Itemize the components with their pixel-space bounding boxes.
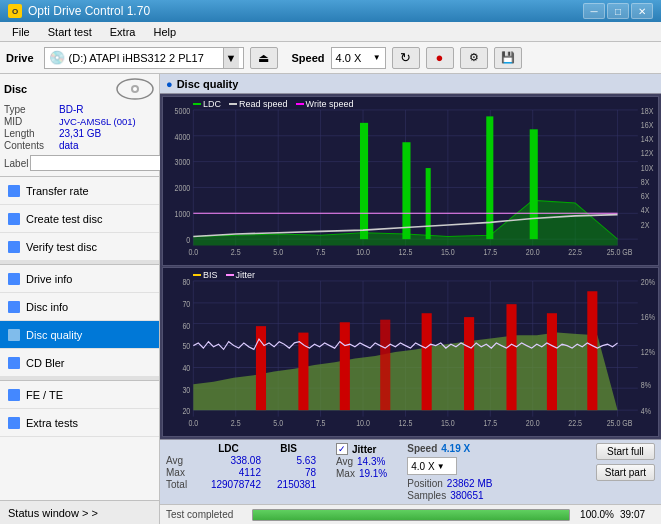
progress-percent: 100.0% <box>576 509 614 520</box>
minimize-button[interactable]: ─ <box>583 3 605 19</box>
svg-rect-103 <box>547 313 557 410</box>
sidebar-item-disc-quality[interactable]: Disc quality <box>0 321 159 349</box>
bottom-chart-svg: 80 70 60 50 40 30 20 20% 16% 12% 8% 4% 0… <box>163 268 658 436</box>
svg-text:16X: 16X <box>641 120 654 130</box>
sidebar-item-disc-info[interactable]: Disc info <box>0 293 159 321</box>
jitter-checkbox[interactable]: ✓ <box>336 443 348 455</box>
svg-text:7.5: 7.5 <box>316 418 326 428</box>
svg-text:16%: 16% <box>641 312 655 322</box>
start-full-button[interactable]: Start full <box>596 443 655 460</box>
position-row: Position 23862 MB <box>407 478 492 489</box>
sidebar-item-fe-te[interactable]: FE / TE <box>0 381 159 409</box>
menu-file[interactable]: File <box>4 24 38 40</box>
titlebar: O Opti Drive Control 1.70 ─ □ ✕ <box>0 0 661 22</box>
menu-help[interactable]: Help <box>145 24 184 40</box>
disc-info-icon <box>8 301 20 313</box>
svg-text:3000: 3000 <box>175 158 191 168</box>
menu-start-test[interactable]: Start test <box>40 24 100 40</box>
svg-text:12%: 12% <box>641 347 655 357</box>
disc-mid-row: MID JVC-AMS6L (001) <box>4 116 155 127</box>
disc-length-value: 23,31 GB <box>59 128 101 139</box>
drive-select-text: (D:) ATAPI iHBS312 2 PL17 <box>69 52 219 64</box>
disc-contents-row: Contents data <box>4 140 155 151</box>
status-window-button[interactable]: Status window > > <box>0 500 159 524</box>
stats-max-row: Max 4112 78 <box>166 467 316 478</box>
svg-text:0.0: 0.0 <box>188 418 198 428</box>
jitter-max-row: Max 19.1% <box>336 468 387 479</box>
jitter-avg-label: Avg <box>336 456 353 467</box>
svg-text:17.5: 17.5 <box>483 418 497 428</box>
svg-text:2000: 2000 <box>175 184 191 194</box>
settings-button[interactable]: ⚙ <box>460 47 488 69</box>
progress-area: Test completed 100.0% 39:07 <box>160 504 661 524</box>
close-button[interactable]: ✕ <box>631 3 653 19</box>
stats-speed: Speed 4.19 X 4.0 X ▼ Position 23862 MB S… <box>407 443 492 501</box>
sidebar-item-extra-tests[interactable]: Extra tests <box>0 409 159 437</box>
disc-button[interactable]: ● <box>426 47 454 69</box>
position-label: Position <box>407 478 443 489</box>
svg-rect-101 <box>464 317 474 410</box>
svg-rect-51 <box>486 116 493 239</box>
stats-ldc-bis: LDC BIS Avg 338.08 5.63 Max 4112 78 Tota… <box>166 443 316 490</box>
position-value: 23862 MB <box>447 478 493 489</box>
drive-label: Drive <box>6 52 34 64</box>
svg-point-2 <box>133 87 137 91</box>
svg-text:7.5: 7.5 <box>316 247 326 257</box>
speed-dropdown-arrow[interactable]: ▼ <box>373 53 381 62</box>
stats-jitter: ✓ Jitter Avg 14.3% Max 19.1% <box>336 443 387 479</box>
legend-write-speed: Write speed <box>296 99 354 109</box>
speed-select-dropdown[interactable]: 4.0 X ▼ <box>407 457 457 475</box>
drive-dropdown-arrow[interactable]: ▼ <box>223 48 239 68</box>
status-window-label: Status window > > <box>8 507 98 519</box>
stats-bis-max: 78 <box>261 467 316 478</box>
top-chart-legend: LDC Read speed Write speed <box>193 99 353 109</box>
main-area: Disc Type BD-R MID JVC-AMS6L (001) Leng <box>0 74 661 524</box>
svg-text:20.0: 20.0 <box>526 418 540 428</box>
start-part-button[interactable]: Start part <box>596 464 655 481</box>
drive-info-icon <box>8 273 20 285</box>
svg-text:17.5: 17.5 <box>483 247 497 257</box>
bottom-chart-legend: BIS Jitter <box>193 270 255 280</box>
jitter-max-value: 19.1% <box>359 468 387 479</box>
disc-mid-label: MID <box>4 116 59 127</box>
refresh-button[interactable]: ↻ <box>392 47 420 69</box>
stats-bis-total: 2150381 <box>261 479 316 490</box>
menu-extra[interactable]: Extra <box>102 24 144 40</box>
svg-text:1000: 1000 <box>175 209 191 219</box>
sidebar-item-create-test-disc[interactable]: Create test disc <box>0 205 159 233</box>
drive-select[interactable]: 💿 (D:) ATAPI iHBS312 2 PL17 ▼ <box>44 47 244 69</box>
extra-tests-icon <box>8 417 20 429</box>
eject-button[interactable]: ⏏ <box>250 47 278 69</box>
svg-text:4000: 4000 <box>175 132 191 142</box>
quality-header: ● Disc quality <box>160 74 661 94</box>
svg-rect-52 <box>530 129 538 239</box>
fe-te-icon <box>8 389 20 401</box>
svg-text:25.0 GB: 25.0 GB <box>607 418 633 428</box>
disc-label-row: Label ✎ <box>4 154 155 172</box>
svg-text:4X: 4X <box>641 206 650 216</box>
save-button[interactable]: 💾 <box>494 47 522 69</box>
svg-rect-48 <box>360 123 368 239</box>
svg-text:20.0: 20.0 <box>526 247 540 257</box>
stats-avg-label: Avg <box>166 455 196 466</box>
svg-text:8%: 8% <box>641 380 651 390</box>
speed-select-row: 4.0 X ▼ <box>407 457 492 475</box>
maximize-button[interactable]: □ <box>607 3 629 19</box>
svg-text:8X: 8X <box>641 177 650 187</box>
svg-text:5000: 5000 <box>175 106 191 116</box>
sidebar-item-create-test-disc-label: Create test disc <box>26 213 102 225</box>
jitter-header-row: ✓ Jitter <box>336 443 387 455</box>
svg-text:22.5: 22.5 <box>568 418 582 428</box>
svg-text:6X: 6X <box>641 191 650 201</box>
disc-length-label: Length <box>4 128 59 139</box>
speed-select[interactable]: 4.0 X ▼ <box>331 47 386 69</box>
sidebar-item-verify-test-disc[interactable]: Verify test disc <box>0 233 159 261</box>
sidebar-item-transfer-rate[interactable]: Transfer rate <box>0 177 159 205</box>
sidebar-item-cd-bler[interactable]: CD Bler <box>0 349 159 377</box>
svg-text:10.0: 10.0 <box>356 418 370 428</box>
sidebar-item-drive-info[interactable]: Drive info <box>0 265 159 293</box>
svg-text:30: 30 <box>182 386 190 396</box>
svg-text:25.0 GB: 25.0 GB <box>607 247 633 257</box>
disc-label-input[interactable] <box>30 155 163 171</box>
speed-select-arrow: ▼ <box>437 462 445 471</box>
